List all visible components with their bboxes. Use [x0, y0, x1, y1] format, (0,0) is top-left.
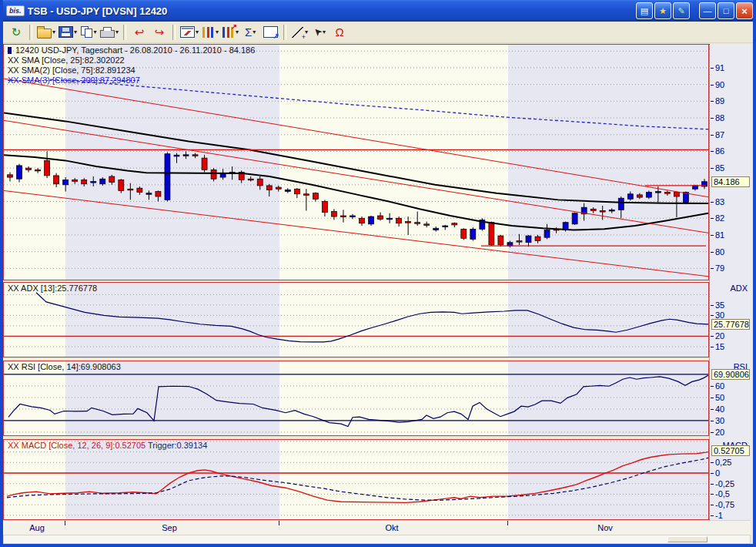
save-button[interactable]: ▾	[57, 23, 79, 42]
open-dropdown-arrow[interactable]: ▾	[52, 29, 55, 35]
save-icon	[59, 26, 73, 38]
save-dropdown-arrow[interactable]: ▾	[74, 29, 77, 35]
magnet-icon: Ω	[336, 26, 344, 38]
print-button[interactable]: ▾	[99, 23, 120, 42]
copy-button[interactable]: ▾	[79, 23, 99, 42]
macd-panel[interactable]: XX MACD [Close, 12, 26, 9]:0.52705 Trigg…	[3, 439, 709, 520]
panel-toggle-button[interactable]: ▤	[636, 2, 653, 19]
main-axis-tick	[711, 68, 714, 69]
draw-line-button[interactable]: ▾	[289, 23, 309, 42]
insert-study-button[interactable]: ▾	[220, 23, 240, 42]
adx-panel[interactable]: XX ADX [13]:25.776778	[3, 282, 709, 357]
adx-axis-label: 15	[715, 342, 724, 352]
main-axis-tick	[711, 202, 714, 203]
main-axis-tick	[711, 151, 714, 152]
chart-area: 12420 USD-JPY, Tageschart - 26.08.2010 -…	[3, 43, 753, 544]
main-axis-tick	[711, 218, 714, 219]
macd-axis-label: -0,75	[715, 500, 734, 510]
macd-axis-tick	[711, 505, 714, 505]
magnet-button[interactable]: Ω	[329, 23, 350, 42]
main-axis-tick	[711, 135, 714, 136]
draw-line-icon	[291, 27, 304, 38]
properties-button[interactable]	[260, 23, 280, 42]
maximize-button[interactable]: □	[718, 2, 734, 19]
open-button[interactable]: ▾	[35, 23, 57, 42]
titlebar: bis. TSB - USD-JPY [DVSN] 12420 ▤ ★ ✎ — …	[0, 0, 756, 22]
adx-axis-label: 20	[715, 331, 724, 341]
rsi-axis-tick	[711, 432, 714, 433]
macd-axis-label: 0	[715, 468, 720, 478]
rsi-chart	[4, 361, 708, 435]
adx-axis-label: 35	[715, 300, 724, 310]
macd-axis-tick	[711, 462, 714, 463]
price-legend: 12420 USD-JPY, Tageschart - 26.08.2010 -…	[8, 45, 255, 86]
horizontal-scrollbar[interactable]	[3, 535, 751, 544]
main-axis-label: 85	[715, 163, 724, 173]
main-current-value: 84.186	[711, 176, 750, 187]
rsi-axis-tick	[711, 409, 714, 410]
refresh-button[interactable]: ↻	[6, 23, 26, 42]
chart-type-icon	[180, 26, 195, 38]
toolbar-separator	[29, 25, 32, 40]
minimize-button[interactable]: —	[699, 2, 716, 19]
main-axis-label: 86	[715, 146, 724, 156]
prev-chart-icon: ↩	[135, 26, 145, 38]
adx-axis-header: ADX	[730, 284, 748, 293]
chart-type-dropdown-arrow[interactable]: ▾	[196, 29, 199, 35]
formula-dropdown-arrow[interactable]: ▾	[253, 29, 256, 35]
macd-axis-label: -0,25	[715, 479, 734, 489]
macd-legend: XX MACD [Close, 12, 26, 9]:0.52705 Trigg…	[8, 441, 207, 451]
rsi-axis-label: 40	[715, 404, 724, 414]
month-label-sep: Sep	[162, 523, 177, 532]
annotate-button[interactable]: ✎	[673, 2, 690, 19]
favorites-star-button[interactable]: ★	[654, 2, 671, 19]
rsi-current-value: 69.90806	[711, 369, 750, 380]
main-axis-label: 79	[715, 263, 724, 274]
price-panel[interactable]: 12420 USD-JPY, Tageschart - 26.08.2010 -…	[3, 44, 709, 280]
indicator-wizard-button[interactable]: ▾	[200, 23, 220, 42]
adx-legend: XX ADX [13]:25.776778	[8, 284, 97, 294]
rsi-panel[interactable]: XX RSI [Close, 14]:69.908063	[3, 361, 709, 436]
macd-value: XX MACD [Close, 12, 26, 9]:0.52705	[8, 441, 148, 450]
toolbar-separator	[172, 25, 176, 40]
close-button[interactable]: ×	[736, 2, 753, 19]
print-dropdown-arrow[interactable]: ▾	[115, 29, 119, 35]
main-axis-label: 88	[715, 113, 724, 123]
toolbar-separator	[123, 25, 126, 40]
month-label-okt: Okt	[385, 523, 398, 532]
copy-dropdown-arrow[interactable]: ▾	[94, 29, 97, 35]
main-axis-label: 82	[715, 213, 724, 223]
toolbar: ↻▾▾▾▾↩↪▾▾▾Σ▾▾➤▾Ω	[3, 22, 753, 43]
formula-button[interactable]: Σ▾	[240, 23, 260, 42]
pointer-button[interactable]: ➤▾	[309, 23, 329, 42]
value-axis: 91908988878685838281807984.18635302015AD…	[709, 44, 751, 520]
macd-axis-label: -0,5	[715, 489, 730, 499]
month-tick	[279, 521, 279, 525]
month-label-nov: Nov	[597, 523, 613, 532]
main-axis-tick	[711, 101, 714, 102]
window-title: TSB - USD-JPY [DVSN] 12420	[28, 5, 634, 17]
sma75-legend: XX SMA(2) [Close, 75]:82.891234	[8, 65, 255, 76]
prev-chart-button[interactable]: ↩	[129, 23, 149, 42]
month-tick	[507, 521, 508, 525]
macd-axis-tick	[711, 515, 714, 516]
macd-axis-tick	[711, 494, 714, 495]
toolbar-separator	[283, 25, 286, 40]
macd-axis-tick	[711, 484, 714, 485]
rsi-axis-label: 20	[715, 428, 724, 438]
chart-type-button[interactable]: ▾	[179, 23, 200, 42]
macd-current-value: 0.52705	[711, 445, 750, 456]
rsi-axis-label: 50	[715, 393, 724, 403]
main-axis-tick	[711, 235, 714, 236]
next-chart-icon: ↪	[155, 26, 165, 38]
macd-axis-label: -1	[715, 511, 723, 521]
scrollbar-thumb[interactable]	[667, 536, 707, 542]
rsi-axis-tick	[711, 398, 714, 398]
next-chart-button[interactable]: ↪	[149, 23, 169, 42]
adx-axis-tick	[711, 315, 714, 316]
sma200-legend: XX SMA(3) [Close, 200]:87.294807	[8, 76, 255, 86]
main-axis-label: 87	[715, 130, 724, 140]
indicator-wizard-dropdown-arrow[interactable]: ▾	[216, 29, 219, 35]
adx-current-value: 25.77678	[711, 319, 750, 330]
print-icon	[100, 30, 115, 38]
